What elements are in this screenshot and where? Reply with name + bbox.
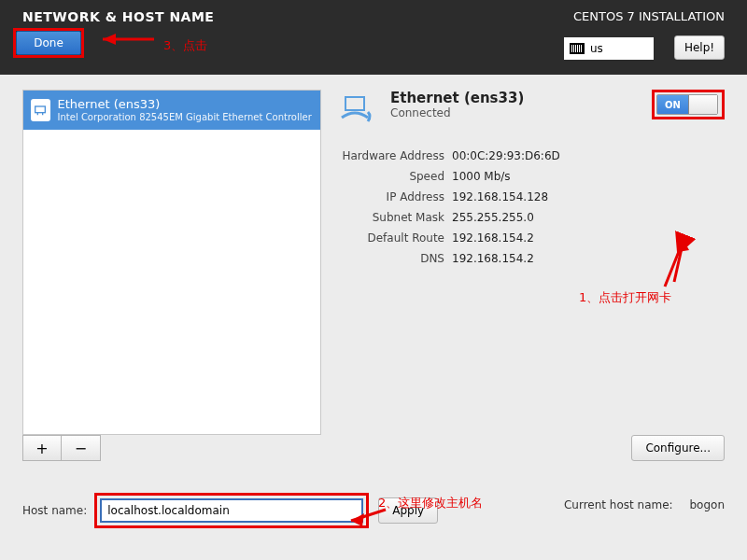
header: NETWORK & HOST NAME CENTOS 7 INSTALLATIO… bbox=[0, 0, 747, 75]
keyboard-layout-label: us bbox=[590, 42, 603, 55]
hostname-row: Host name: Apply bbox=[22, 493, 438, 528]
annotation-box-hostname bbox=[94, 493, 369, 528]
interface-properties: Hardware Address00:0C:29:93:D6:6D Speed1… bbox=[336, 149, 725, 265]
interface-description: Intel Corporation 82545EM Gigabit Ethern… bbox=[58, 112, 313, 123]
list-buttons: + − bbox=[22, 435, 101, 461]
help-button[interactable]: Help! bbox=[674, 35, 725, 60]
content-area: Ethernet (ens33) Intel Corporation 82545… bbox=[0, 75, 747, 560]
current-hostname-value: bogon bbox=[689, 498, 725, 511]
subnet-mask-value: 255.255.255.0 bbox=[452, 211, 534, 224]
list-item[interactable]: Ethernet (ens33) Intel Corporation 82545… bbox=[23, 91, 320, 130]
add-interface-button[interactable]: + bbox=[22, 435, 62, 461]
hostname-label: Host name: bbox=[22, 504, 87, 517]
current-hostname-label: Current host name: bbox=[564, 498, 673, 511]
interface-toggle[interactable]: ON bbox=[656, 94, 718, 115]
dns-value: 192.168.154.2 bbox=[452, 252, 534, 265]
default-route-value: 192.168.154.2 bbox=[452, 231, 534, 245]
prop-label: Subnet Mask bbox=[336, 211, 444, 224]
toggle-knob bbox=[689, 95, 717, 114]
prop-label: IP Address bbox=[336, 190, 444, 203]
detail-title: Ethernet (ens33) bbox=[390, 90, 524, 106]
current-hostname: Current host name: bogon bbox=[564, 498, 725, 511]
interface-detail: Ethernet (ens33) Connected ON Hardware A… bbox=[336, 90, 725, 273]
connection-status: Connected bbox=[390, 106, 524, 119]
hardware-address-value: 00:0C:29:93:D6:6D bbox=[452, 149, 560, 162]
prop-label: Hardware Address bbox=[336, 149, 444, 162]
configure-button[interactable]: Configure... bbox=[631, 435, 725, 461]
ethernet-icon bbox=[31, 99, 50, 121]
page-title: NETWORK & HOST NAME bbox=[22, 9, 214, 24]
ip-address-value: 192.168.154.128 bbox=[452, 190, 548, 203]
remove-interface-button[interactable]: − bbox=[62, 435, 101, 461]
annotation-box-done: Done bbox=[13, 28, 84, 58]
speed-value: 1000 Mb/s bbox=[452, 170, 511, 183]
svg-rect-0 bbox=[35, 106, 46, 113]
annotation-box-toggle: ON bbox=[652, 90, 725, 119]
network-interface-list[interactable]: Ethernet (ens33) Intel Corporation 82545… bbox=[22, 90, 321, 435]
keyboard-icon bbox=[570, 43, 585, 54]
keyboard-layout-indicator[interactable]: us bbox=[564, 37, 654, 60]
hostname-input[interactable] bbox=[100, 498, 363, 523]
prop-label: Speed bbox=[336, 170, 444, 183]
ethernet-large-icon bbox=[336, 90, 381, 127]
prop-label: DNS bbox=[336, 252, 444, 265]
apply-button[interactable]: Apply bbox=[378, 497, 438, 524]
done-button[interactable]: Done bbox=[16, 31, 81, 55]
interface-name: Ethernet (ens33) bbox=[58, 97, 313, 112]
toggle-on-label: ON bbox=[657, 95, 689, 114]
prop-label: Default Route bbox=[336, 231, 444, 245]
installer-title: CENTOS 7 INSTALLATION bbox=[573, 9, 725, 23]
